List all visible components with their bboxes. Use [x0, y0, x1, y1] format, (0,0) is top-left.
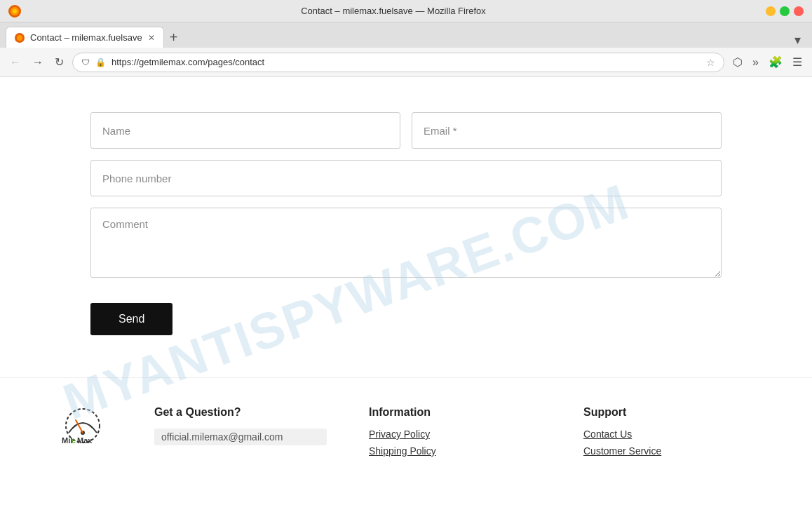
- bookmark-icon[interactable]: ☆: [706, 57, 715, 68]
- pocket-icon[interactable]: ⬡: [730, 53, 745, 72]
- forward-button[interactable]: →: [29, 53, 46, 72]
- window-title: Contact – milemax.fuelsave — Mozilla Fir…: [21, 6, 766, 16]
- minimize-button[interactable]: [766, 6, 776, 16]
- window-controls: [8, 5, 21, 18]
- svg-point-2: [13, 9, 17, 13]
- phone-input[interactable]: [90, 160, 722, 196]
- name-email-row: [90, 112, 722, 149]
- tab-label: Contact – milemax.fuelsave: [30, 32, 142, 43]
- url-text: https://getmilemax.com/pages/contact: [111, 57, 701, 67]
- maximize-button[interactable]: [780, 6, 790, 16]
- name-input[interactable]: [90, 112, 400, 149]
- menu-button[interactable]: ☰: [790, 53, 805, 72]
- footer-customer-service-link[interactable]: Customer Service: [583, 445, 756, 457]
- url-bar[interactable]: 🛡 🔒 https://getmilemax.com/pages/contact…: [72, 53, 724, 72]
- footer-contact-us-link[interactable]: Contact Us: [583, 429, 756, 440]
- toolbar-icons: ⬡ » 🧩 ☰: [730, 53, 805, 72]
- footer-question-title: Get a Question?: [154, 406, 327, 419]
- send-button[interactable]: Send: [90, 303, 172, 335]
- window-action-controls[interactable]: [766, 6, 804, 16]
- milemax-logo: Mil e Max: [56, 406, 112, 445]
- address-bar: ← → ↻ 🛡 🔒 https://getmilemax.com/pages/c…: [0, 48, 812, 77]
- svg-text:e: e: [72, 436, 76, 445]
- tab-close-button[interactable]: ✕: [148, 33, 155, 43]
- contact-form-area: Send: [76, 77, 736, 377]
- active-tab[interactable]: Contact – milemax.fuelsave ✕: [6, 27, 164, 48]
- footer-question-col: Get a Question? official.milemax@gmail.c…: [154, 406, 327, 451]
- tabs-menu-button[interactable]: ▾: [789, 32, 806, 48]
- new-tab-button[interactable]: +: [164, 27, 184, 48]
- footer-email: official.milemax@gmail.com: [154, 429, 327, 445]
- footer-support-col: Support Contact Us Customer Service: [583, 406, 756, 462]
- footer-shipping-policy-link[interactable]: Shipping Policy: [369, 445, 541, 457]
- footer-support-title: Support: [583, 406, 756, 419]
- svg-text:Mil: Mil: [62, 436, 72, 445]
- comment-row: [90, 208, 722, 278]
- tab-favicon: [15, 33, 25, 43]
- footer-information-col: Information Privacy Policy Shipping Poli…: [369, 406, 541, 462]
- close-button[interactable]: [794, 6, 804, 16]
- phone-row: [90, 160, 722, 196]
- reload-button[interactable]: ↻: [52, 53, 67, 72]
- lock-icon: 🔒: [95, 58, 106, 67]
- back-button[interactable]: ←: [7, 53, 24, 72]
- browser-icon: [8, 5, 21, 18]
- comment-textarea[interactable]: [90, 208, 722, 278]
- email-input[interactable]: [412, 112, 722, 149]
- page-content: MYANTISPYWARE.COM Send: [0, 77, 812, 526]
- tab-bar: Contact – milemax.fuelsave ✕ + ▾: [0, 22, 812, 48]
- titlebar: Contact – milemax.fuelsave — Mozilla Fir…: [0, 0, 812, 22]
- svg-point-4: [17, 35, 22, 41]
- extensions-icon[interactable]: »: [750, 53, 762, 72]
- extensions-button[interactable]: 🧩: [766, 53, 785, 72]
- svg-text:Max: Max: [77, 436, 93, 445]
- footer-privacy-policy-link[interactable]: Privacy Policy: [369, 429, 541, 440]
- footer-information-title: Information: [369, 406, 541, 419]
- svg-line-7: [76, 420, 83, 433]
- footer: Mil e Max Get a Question? official.milem…: [0, 377, 812, 483]
- footer-logo: Mil e Max: [56, 406, 112, 445]
- security-icon: 🛡: [81, 58, 90, 67]
